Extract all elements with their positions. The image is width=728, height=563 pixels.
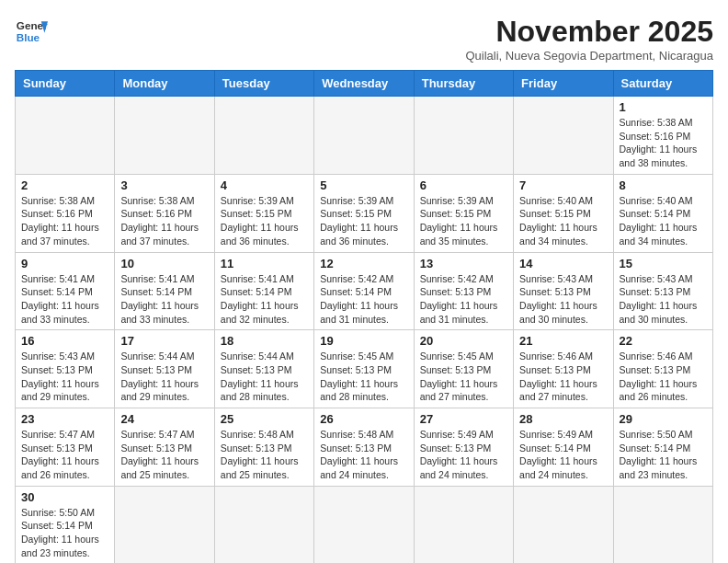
day-info: Sunrise: 5:39 AM Sunset: 5:15 PM Dayligh… — [420, 194, 507, 248]
calendar-day-cell: 30Sunrise: 5:50 AM Sunset: 5:14 PM Dayli… — [16, 486, 115, 563]
day-number: 7 — [519, 178, 607, 192]
day-info: Sunrise: 5:44 AM Sunset: 5:13 PM Dayligh… — [221, 350, 308, 404]
day-info: Sunrise: 5:40 AM Sunset: 5:15 PM Dayligh… — [519, 194, 607, 248]
day-number: 5 — [320, 178, 407, 192]
calendar-day-cell — [214, 97, 313, 175]
day-number: 2 — [21, 178, 108, 192]
day-number: 22 — [620, 334, 707, 348]
day-number: 17 — [120, 334, 208, 348]
day-number: 23 — [21, 412, 108, 426]
day-number: 28 — [519, 412, 607, 426]
col-header-friday: Friday — [514, 71, 613, 97]
calendar-day-cell: 4Sunrise: 5:39 AM Sunset: 5:15 PM Daylig… — [214, 174, 313, 252]
col-header-tuesday: Tuesday — [214, 71, 313, 97]
day-number: 13 — [420, 257, 507, 270]
day-info: Sunrise: 5:45 AM Sunset: 5:13 PM Dayligh… — [420, 350, 507, 404]
calendar-day-cell: 27Sunrise: 5:49 AM Sunset: 5:13 PM Dayli… — [414, 408, 513, 487]
page-header: General Blue November 2025 Quilali, Nuev… — [15, 15, 713, 63]
calendar-day-cell — [16, 97, 115, 175]
calendar-day-cell: 9Sunrise: 5:41 AM Sunset: 5:14 PM Daylig… — [16, 252, 115, 330]
calendar-day-cell: 15Sunrise: 5:43 AM Sunset: 5:13 PM Dayli… — [613, 252, 712, 330]
day-number: 26 — [320, 412, 407, 426]
calendar-day-cell: 23Sunrise: 5:47 AM Sunset: 5:13 PM Dayli… — [16, 408, 115, 487]
calendar-day-cell: 11Sunrise: 5:41 AM Sunset: 5:14 PM Dayli… — [214, 252, 313, 330]
day-info: Sunrise: 5:43 AM Sunset: 5:13 PM Dayligh… — [620, 272, 707, 327]
logo-icon: General Blue — [15, 15, 48, 48]
logo: General Blue — [15, 15, 48, 48]
calendar-header-row: SundayMondayTuesdayWednesdayThursdayFrid… — [16, 71, 713, 97]
calendar-day-cell: 26Sunrise: 5:48 AM Sunset: 5:13 PM Dayli… — [314, 408, 414, 487]
day-number: 20 — [420, 334, 507, 348]
col-header-wednesday: Wednesday — [314, 71, 414, 97]
day-number: 10 — [120, 257, 208, 270]
day-info: Sunrise: 5:40 AM Sunset: 5:14 PM Dayligh… — [620, 194, 707, 248]
day-number: 8 — [620, 178, 707, 192]
calendar-day-cell — [414, 97, 513, 175]
calendar-day-cell — [414, 486, 513, 563]
calendar-day-cell — [514, 97, 613, 175]
calendar-day-cell: 25Sunrise: 5:48 AM Sunset: 5:13 PM Dayli… — [214, 408, 313, 487]
calendar-day-cell: 3Sunrise: 5:38 AM Sunset: 5:16 PM Daylig… — [115, 174, 214, 252]
calendar-day-cell: 28Sunrise: 5:49 AM Sunset: 5:14 PM Dayli… — [514, 408, 613, 487]
calendar-day-cell: 6Sunrise: 5:39 AM Sunset: 5:15 PM Daylig… — [414, 174, 513, 252]
calendar-day-cell — [214, 486, 313, 563]
calendar-day-cell: 1Sunrise: 5:38 AM Sunset: 5:16 PM Daylig… — [613, 97, 712, 175]
day-number: 18 — [221, 334, 308, 348]
day-number: 12 — [320, 257, 407, 270]
day-info: Sunrise: 5:39 AM Sunset: 5:15 PM Dayligh… — [221, 194, 308, 248]
day-info: Sunrise: 5:38 AM Sunset: 5:16 PM Dayligh… — [620, 116, 707, 170]
calendar-day-cell: 24Sunrise: 5:47 AM Sunset: 5:13 PM Dayli… — [115, 408, 214, 487]
calendar-day-cell: 16Sunrise: 5:43 AM Sunset: 5:13 PM Dayli… — [16, 330, 115, 408]
calendar-day-cell — [314, 97, 414, 175]
calendar-day-cell: 8Sunrise: 5:40 AM Sunset: 5:14 PM Daylig… — [613, 174, 712, 252]
calendar-day-cell: 14Sunrise: 5:43 AM Sunset: 5:13 PM Dayli… — [514, 252, 613, 330]
calendar-week-row: 23Sunrise: 5:47 AM Sunset: 5:13 PM Dayli… — [16, 408, 713, 487]
day-info: Sunrise: 5:49 AM Sunset: 5:13 PM Dayligh… — [420, 428, 507, 482]
day-info: Sunrise: 5:46 AM Sunset: 5:13 PM Dayligh… — [519, 350, 607, 404]
day-number: 30 — [21, 490, 108, 504]
calendar-day-cell — [115, 97, 214, 175]
day-info: Sunrise: 5:41 AM Sunset: 5:14 PM Dayligh… — [21, 272, 108, 327]
day-info: Sunrise: 5:43 AM Sunset: 5:13 PM Dayligh… — [519, 272, 607, 327]
calendar-day-cell — [115, 486, 214, 563]
day-info: Sunrise: 5:45 AM Sunset: 5:13 PM Dayligh… — [320, 350, 407, 404]
month-title: November 2025 — [465, 15, 713, 49]
day-info: Sunrise: 5:44 AM Sunset: 5:13 PM Dayligh… — [120, 350, 208, 404]
calendar-table: SundayMondayTuesdayWednesdayThursdayFrid… — [15, 70, 713, 563]
day-number: 6 — [420, 178, 507, 192]
day-info: Sunrise: 5:47 AM Sunset: 5:13 PM Dayligh… — [120, 428, 208, 482]
location-subtitle: Quilali, Nueva Segovia Department, Nicar… — [465, 49, 713, 63]
calendar-day-cell: 2Sunrise: 5:38 AM Sunset: 5:16 PM Daylig… — [16, 174, 115, 252]
title-section: November 2025 Quilali, Nueva Segovia Dep… — [465, 15, 713, 63]
day-number: 24 — [120, 412, 208, 426]
calendar-day-cell — [514, 486, 613, 563]
calendar-day-cell: 7Sunrise: 5:40 AM Sunset: 5:15 PM Daylig… — [514, 174, 613, 252]
day-info: Sunrise: 5:38 AM Sunset: 5:16 PM Dayligh… — [21, 194, 108, 248]
day-number: 4 — [221, 178, 308, 192]
col-header-saturday: Saturday — [613, 71, 712, 97]
day-number: 19 — [320, 334, 407, 348]
calendar-week-row: 2Sunrise: 5:38 AM Sunset: 5:16 PM Daylig… — [16, 174, 713, 252]
day-number: 21 — [519, 334, 607, 348]
calendar-day-cell: 10Sunrise: 5:41 AM Sunset: 5:14 PM Dayli… — [115, 252, 214, 330]
day-number: 11 — [221, 257, 308, 270]
day-info: Sunrise: 5:39 AM Sunset: 5:15 PM Dayligh… — [320, 194, 407, 248]
day-number: 29 — [620, 412, 707, 426]
day-info: Sunrise: 5:41 AM Sunset: 5:14 PM Dayligh… — [221, 272, 308, 327]
calendar-week-row: 16Sunrise: 5:43 AM Sunset: 5:13 PM Dayli… — [16, 330, 713, 408]
calendar-day-cell: 29Sunrise: 5:50 AM Sunset: 5:14 PM Dayli… — [613, 408, 712, 487]
day-info: Sunrise: 5:50 AM Sunset: 5:14 PM Dayligh… — [21, 506, 108, 560]
day-info: Sunrise: 5:43 AM Sunset: 5:13 PM Dayligh… — [21, 350, 108, 404]
col-header-thursday: Thursday — [414, 71, 513, 97]
col-header-sunday: Sunday — [16, 71, 115, 97]
day-info: Sunrise: 5:46 AM Sunset: 5:13 PM Dayligh… — [620, 350, 707, 404]
day-info: Sunrise: 5:47 AM Sunset: 5:13 PM Dayligh… — [21, 428, 108, 482]
calendar-day-cell — [613, 486, 712, 563]
calendar-day-cell: 12Sunrise: 5:42 AM Sunset: 5:14 PM Dayli… — [314, 252, 414, 330]
day-info: Sunrise: 5:38 AM Sunset: 5:16 PM Dayligh… — [120, 194, 208, 248]
day-info: Sunrise: 5:48 AM Sunset: 5:13 PM Dayligh… — [320, 428, 407, 482]
day-number: 25 — [221, 412, 308, 426]
day-info: Sunrise: 5:50 AM Sunset: 5:14 PM Dayligh… — [620, 428, 707, 482]
col-header-monday: Monday — [115, 71, 214, 97]
calendar-day-cell: 17Sunrise: 5:44 AM Sunset: 5:13 PM Dayli… — [115, 330, 214, 408]
